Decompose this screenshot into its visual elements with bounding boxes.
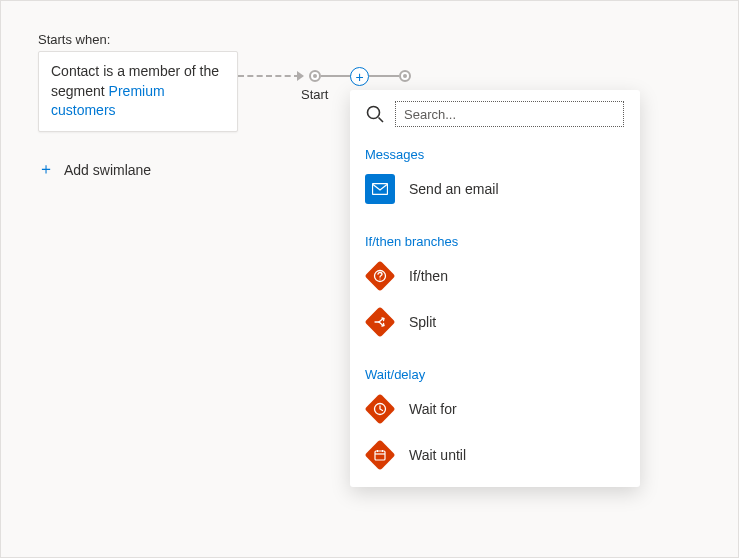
clock-icon [365,394,395,424]
starts-when-label: Starts when: [38,32,110,47]
add-swimlane-button[interactable]: ＋ Add swimlane [38,159,151,180]
action-picker-popup: Messages Send an email If/then branches … [350,90,640,487]
connector-dashed [238,75,300,77]
start-node-label: Start [301,87,328,102]
email-icon [365,174,395,204]
action-label: Split [409,314,436,330]
arrow-icon [297,71,304,81]
add-swimlane-label: Add swimlane [64,162,151,178]
action-split[interactable]: Split [365,305,624,339]
svg-rect-6 [375,451,385,460]
action-label: Wait until [409,447,466,463]
category-branches: If/then branches [365,234,624,249]
start-trigger-card[interactable]: Contact is a member of the segment Premi… [38,51,238,132]
add-step-button[interactable]: + [350,67,369,86]
split-icon [365,307,395,337]
action-label: Wait for [409,401,457,417]
connector-solid [369,75,399,77]
action-wait-until[interactable]: Wait until [365,438,624,472]
action-wait-for[interactable]: Wait for [365,392,624,426]
search-icon [365,104,385,124]
search-input[interactable] [395,101,624,127]
start-node[interactable] [309,70,321,82]
svg-line-1 [379,118,384,123]
action-label: Send an email [409,181,499,197]
plus-icon: ＋ [38,159,54,180]
svg-point-4 [379,278,380,279]
category-messages: Messages [365,147,624,162]
action-if-then[interactable]: If/then [365,259,624,293]
svg-point-0 [368,107,380,119]
calendar-icon [365,440,395,470]
question-icon [365,261,395,291]
action-send-email[interactable]: Send an email [365,172,624,206]
action-picker-scroll[interactable]: Messages Send an email If/then branches … [365,101,632,476]
category-wait: Wait/delay [365,367,624,382]
end-node [399,70,411,82]
connector-solid [321,75,351,77]
action-label: If/then [409,268,448,284]
search-row [365,101,624,127]
